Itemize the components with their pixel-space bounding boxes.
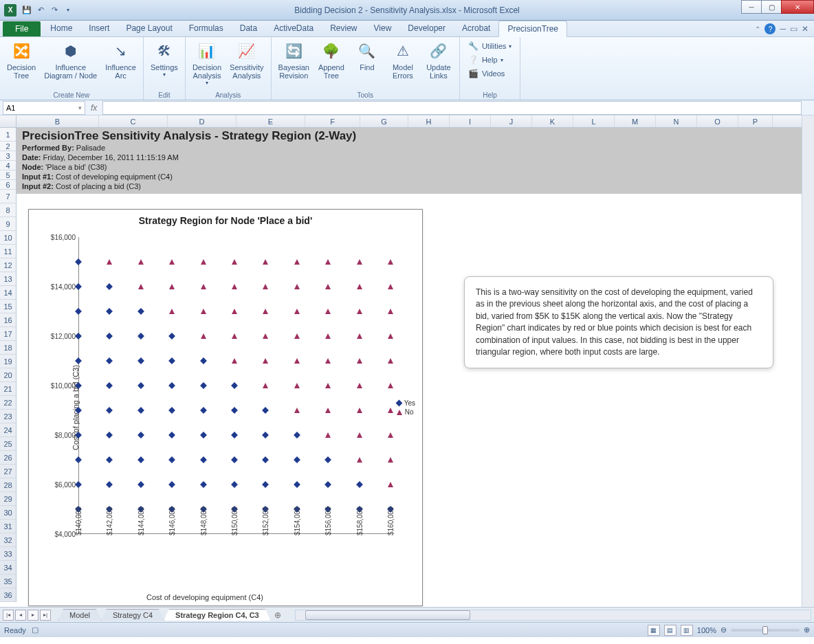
append-tree-button[interactable]: 🌳Append Tree — [314, 38, 349, 81]
row-header[interactable]: 30 — [0, 506, 16, 520]
find-button[interactable]: 🔍Find — [349, 38, 385, 73]
influence-diagram-button[interactable]: ⬢Influence Diagram / Node — [40, 38, 101, 81]
save-icon[interactable]: 💾 — [21, 4, 33, 16]
ribbon-tab-precisiontree[interactable]: PrecisionTree — [498, 21, 567, 37]
vertical-scrollbar[interactable] — [802, 115, 814, 607]
column-header[interactable]: B — [16, 115, 99, 127]
column-header[interactable]: M — [615, 115, 656, 127]
utilities-button[interactable]: 🔧Utilities ▾ — [467, 40, 513, 52]
row-header[interactable]: 31 — [0, 520, 16, 533]
row-header[interactable]: 21 — [0, 382, 16, 396]
row-header[interactable]: 25 — [0, 437, 16, 451]
column-header[interactable]: H — [408, 115, 450, 127]
update-links-button[interactable]: 🔗Update Links — [421, 38, 456, 81]
row-header[interactable]: 16 — [0, 313, 16, 327]
row-header[interactable]: 28 — [0, 478, 16, 492]
row-header[interactable]: 12 — [0, 258, 16, 272]
row-header[interactable]: 36 — [0, 588, 16, 602]
redo-icon[interactable]: ↷ — [48, 4, 60, 16]
view-pagebreak-button[interactable]: ▥ — [681, 625, 693, 636]
row-header[interactable]: 13 — [0, 272, 16, 286]
row-header[interactable]: 14 — [0, 286, 16, 300]
decision-analysis-button[interactable]: 📊Decision Analysis▾ — [188, 38, 226, 87]
new-sheet-icon[interactable]: ⊕ — [274, 610, 281, 620]
ribbon-tab-page-layout[interactable]: Page Layout — [118, 21, 180, 36]
zoom-slider[interactable] — [731, 629, 800, 632]
sheet-tab[interactable]: Strategy C4 — [101, 609, 164, 621]
column-header[interactable]: G — [360, 115, 408, 127]
ribbon-tab-home[interactable]: Home — [42, 21, 80, 36]
ribbon-tab-activedata[interactable]: ActiveData — [265, 21, 322, 36]
row-header[interactable]: 29 — [0, 492, 16, 506]
column-header[interactable]: D — [168, 115, 236, 127]
name-box[interactable]: A1 — [3, 101, 85, 115]
row-header[interactable]: 5 — [0, 170, 16, 180]
maximize-button[interactable]: ▢ — [761, 0, 782, 14]
horizontal-scrollbar[interactable] — [295, 610, 811, 621]
column-header[interactable]: K — [532, 115, 573, 127]
formula-input[interactable] — [102, 101, 802, 115]
row-header[interactable]: 6 — [0, 180, 16, 190]
column-header[interactable]: C — [99, 115, 168, 127]
row-header[interactable]: 15 — [0, 300, 16, 313]
column-header[interactable]: O — [697, 115, 738, 127]
ribbon-tab-formulas[interactable]: Formulas — [181, 21, 232, 36]
ribbon-minimize-icon[interactable]: ⌃ — [755, 25, 760, 33]
tab-nav-first[interactable]: |◂ — [3, 610, 14, 621]
column-header[interactable]: F — [305, 115, 360, 127]
bayesian-revision-button[interactable]: 🔄Bayesian Revision — [274, 38, 314, 81]
row-header[interactable]: 18 — [0, 341, 16, 355]
influence-arc-button[interactable]: ↘Influence Arc — [101, 38, 140, 81]
row-header[interactable]: 32 — [0, 533, 16, 547]
row-header[interactable]: 20 — [0, 368, 16, 382]
videos-button[interactable]: 🎬Videos — [467, 67, 513, 80]
view-normal-button[interactable]: ▦ — [648, 625, 660, 636]
tab-nav-prev[interactable]: ◂ — [15, 610, 26, 621]
help-icon[interactable]: ? — [764, 23, 776, 34]
sheet-tab[interactable]: Model — [58, 609, 102, 621]
close-button[interactable]: ✕ — [781, 0, 814, 14]
column-header[interactable]: L — [573, 115, 615, 127]
column-header[interactable]: E — [236, 115, 305, 127]
decision-tree-button[interactable]: 🔀Decision Tree — [3, 38, 40, 81]
model-errors-button[interactable]: ⚠Model Errors — [385, 38, 421, 81]
ribbon-tab-review[interactable]: Review — [322, 21, 365, 36]
undo-icon[interactable]: ↶ — [34, 4, 47, 16]
row-header[interactable]: 3 — [0, 151, 16, 161]
row-header[interactable]: 2 — [0, 142, 16, 151]
help-button[interactable]: ❔Help ▾ — [467, 54, 513, 66]
row-header[interactable]: 1 — [0, 128, 16, 142]
row-header[interactable]: 9 — [0, 217, 16, 231]
doc-close-icon[interactable]: ✕ — [802, 24, 808, 34]
zoom-in-button[interactable]: ⊕ — [804, 625, 810, 634]
row-header[interactable]: 10 — [0, 231, 16, 245]
sheet-tab[interactable]: Strategy Region C4, C3 — [164, 609, 271, 621]
chart[interactable]: Strategy Region for Node 'Place a bid' C… — [28, 209, 423, 606]
select-all-corner[interactable] — [0, 115, 16, 128]
column-header[interactable]: N — [656, 115, 697, 127]
row-header[interactable]: 27 — [0, 465, 16, 478]
row-header[interactable]: 26 — [0, 451, 16, 465]
ribbon-tab-developer[interactable]: Developer — [399, 21, 454, 36]
row-header[interactable]: 24 — [0, 423, 16, 437]
doc-minimize-icon[interactable]: ─ — [780, 24, 786, 34]
settings-button[interactable]: 🛠Settings▾ — [146, 38, 182, 79]
column-header[interactable]: I — [450, 115, 491, 127]
row-header[interactable]: 19 — [0, 355, 16, 368]
row-header[interactable]: 35 — [0, 575, 16, 588]
ribbon-tab-insert[interactable]: Insert — [80, 21, 118, 36]
qat-more-icon[interactable]: ▾ — [62, 4, 74, 16]
fx-icon[interactable]: fx — [85, 103, 102, 113]
row-header[interactable]: 4 — [0, 161, 16, 170]
row-header[interactable]: 22 — [0, 396, 16, 410]
doc-restore-icon[interactable]: ▭ — [790, 24, 798, 34]
row-header[interactable]: 8 — [0, 203, 16, 217]
minimize-button[interactable]: ─ — [741, 0, 762, 14]
macro-record-icon[interactable]: ▢ — [32, 625, 38, 634]
tab-nav-last[interactable]: ▸| — [40, 610, 51, 621]
ribbon-tab-acrobat[interactable]: Acrobat — [454, 21, 498, 36]
column-header[interactable]: P — [738, 115, 773, 127]
row-header[interactable]: 7 — [0, 190, 16, 203]
zoom-out-button[interactable]: ⊖ — [720, 625, 727, 634]
row-header[interactable]: 11 — [0, 245, 16, 258]
